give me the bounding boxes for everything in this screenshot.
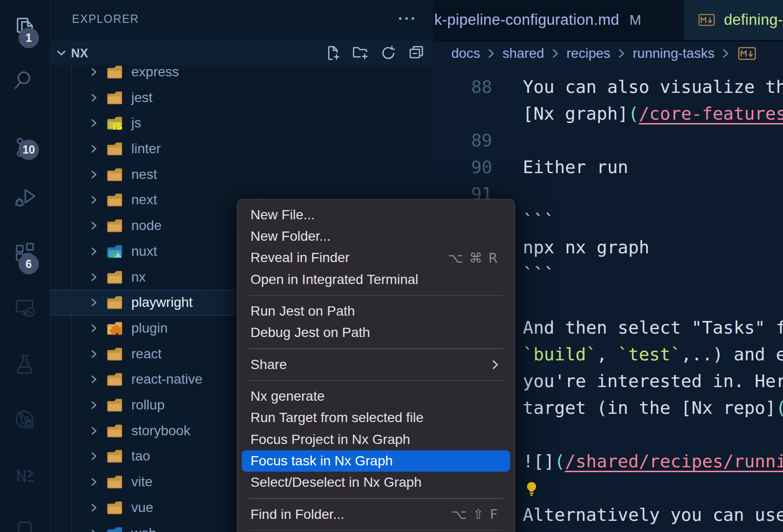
- tree-item-nest[interactable]: nest: [51, 161, 433, 187]
- context-menu: New File... New Folder... Reveal in Find…: [237, 199, 515, 532]
- chevron-right-icon: [89, 67, 99, 77]
- lightbulb-icon[interactable]: [524, 479, 539, 503]
- code-segment: /shared/recipes/runni: [565, 451, 783, 471]
- menu-item-label: New Folder...: [250, 229, 331, 244]
- menu-item-find-in-folder[interactable]: Find in Folder...⌥ ⇧ F: [242, 503, 510, 525]
- breadcrumb-chevron-icon: [720, 46, 731, 61]
- breadcrumb-running-tasks[interactable]: running-tasks: [633, 46, 714, 61]
- menu-item-focus-project-in-nx-graph[interactable]: Focus Project in Nx Graph: [242, 428, 510, 450]
- menu-item-label: Open in Integrated Terminal: [250, 272, 418, 287]
- activity-item-nx-console[interactable]: [0, 464, 50, 511]
- tree-item-label: next: [131, 192, 157, 208]
- chevron-right-icon: [89, 374, 99, 385]
- tree-item-express[interactable]: express: [51, 59, 433, 85]
- folder-icon: [107, 168, 123, 181]
- menu-item-label: Select/Deselect in Nx Graph: [250, 475, 422, 490]
- tree-item-label: js: [131, 115, 141, 131]
- code-segment: (: [628, 104, 639, 124]
- breadcrumb-docs[interactable]: docs: [451, 46, 480, 61]
- tree-item-label: nx: [131, 269, 146, 285]
- code-segment: (: [554, 451, 565, 471]
- menu-separator: [249, 290, 503, 301]
- markdown-icon: [738, 46, 756, 61]
- activity-item-source-control[interactable]: 10: [0, 136, 50, 182]
- activity-badge: 1: [18, 28, 39, 48]
- menu-item-focus-task-in-nx-graph[interactable]: Focus task in Nx Graph: [242, 450, 510, 472]
- tab-defining[interactable]: defining-: [684, 0, 783, 40]
- activity-item-git-graph[interactable]: [0, 408, 50, 455]
- chevron-right-icon: [89, 451, 99, 461]
- tab-label: defining-: [724, 11, 783, 29]
- menu-item-label: Reveal in Finder: [250, 250, 350, 266]
- menu-item-run-jest-on-path[interactable]: Run Jest on Path: [242, 301, 510, 322]
- svg-text:JS: JS: [111, 121, 123, 130]
- line-number: 89: [471, 127, 492, 154]
- menu-item-select-deselect-in-nx-graph[interactable]: Select/Deselect in Nx Graph: [242, 472, 510, 493]
- chevron-right-icon: [89, 323, 99, 334]
- breadcrumb-recipes[interactable]: recipes: [567, 46, 610, 61]
- folder-icon: [107, 347, 123, 361]
- menu-item-debug-jest-on-path[interactable]: Debug Jest on Path: [242, 322, 510, 343]
- rounded-square-icon: [13, 518, 36, 532]
- menu-separator: [249, 525, 503, 532]
- chevron-right-icon: [89, 297, 99, 308]
- code-segment: `build`: [523, 344, 597, 364]
- chevron-right-icon: [89, 272, 99, 283]
- chevron-right-icon: [89, 349, 99, 359]
- tree-item-label: linter: [131, 141, 161, 157]
- tab-modified-badge: M: [629, 12, 641, 28]
- tree-item-label: jest: [131, 90, 153, 106]
- tree-item-label: storybook: [131, 423, 190, 439]
- code-segment: (: [776, 398, 783, 418]
- menu-item-label: New File...: [250, 207, 315, 223]
- breadcrumb-shared[interactable]: shared: [502, 46, 544, 61]
- tree-item-label: nest: [131, 167, 157, 182]
- activity-item-extensions[interactable]: 6: [0, 241, 50, 288]
- folder-icon: [107, 398, 123, 412]
- tree-item-linter[interactable]: linter: [51, 136, 433, 162]
- breadcrumb-chevron-icon: [550, 46, 561, 61]
- code-line: 90Either run: [433, 154, 783, 180]
- folder-nuxt-icon: [107, 245, 123, 258]
- run-debug-icon: [13, 185, 36, 211]
- chevron-right-icon: [89, 169, 99, 180]
- menu-item-new-file[interactable]: New File...: [242, 204, 510, 226]
- folder-icon: [107, 372, 123, 386]
- activity-item-explorer[interactable]: 1: [0, 15, 50, 62]
- folder-icon: [107, 475, 123, 489]
- code-segment: Either run: [523, 157, 628, 177]
- chevron-right-icon: [89, 220, 99, 231]
- menu-item-new-folder[interactable]: New Folder...: [242, 226, 510, 247]
- menu-item-reveal-in-finder[interactable]: Reveal in Finder⌥ ⌘ R: [242, 247, 510, 268]
- chevron-right-icon: [89, 246, 99, 257]
- tree-item-js[interactable]: JSjs: [51, 110, 433, 136]
- activity-item-testing[interactable]: [0, 352, 50, 399]
- activity-item-bottom-partial[interactable]: [0, 518, 50, 532]
- activity-badge: 6: [18, 254, 39, 274]
- menu-item-label: Nx generate: [250, 389, 325, 404]
- menu-item-share[interactable]: Share: [242, 354, 510, 375]
- folder-icon: [107, 449, 123, 463]
- tree-item-label: playwright: [131, 295, 193, 310]
- tree-item-jest[interactable]: jest: [51, 85, 433, 110]
- git-graph-icon: [13, 408, 36, 433]
- activity-item-run-and-debug[interactable]: [0, 185, 50, 232]
- tree-item-label: vite: [131, 474, 153, 490]
- tab-task-pipeline-configuration[interactable]: k-pipeline-configuration.mdM: [433, 0, 682, 40]
- activity-item-remote-explorer[interactable]: [0, 296, 50, 343]
- activity-item-search[interactable]: [0, 69, 50, 115]
- menu-item-open-in-integrated-terminal[interactable]: Open in Integrated Terminal: [242, 268, 510, 290]
- chevron-right-icon: [89, 400, 99, 410]
- code-segment: ![]: [523, 451, 554, 471]
- chevron-right-icon: [89, 528, 99, 532]
- testing-icon: [13, 352, 36, 377]
- tree-item-label: nuxt: [131, 244, 157, 259]
- chevron-right-icon: [89, 118, 99, 128]
- menu-item-label: Debug Jest on Path: [250, 325, 370, 340]
- tree-item-label: tao: [131, 448, 150, 464]
- code-segment: Alternatively you can use: [523, 505, 783, 525]
- menu-item-nx-generate[interactable]: Nx generate: [242, 386, 510, 407]
- menu-item-run-target-from-selected-file[interactable]: Run Target from selected file: [242, 407, 510, 428]
- folder-plugin-icon: [107, 321, 123, 335]
- tree-item-label: express: [131, 64, 179, 80]
